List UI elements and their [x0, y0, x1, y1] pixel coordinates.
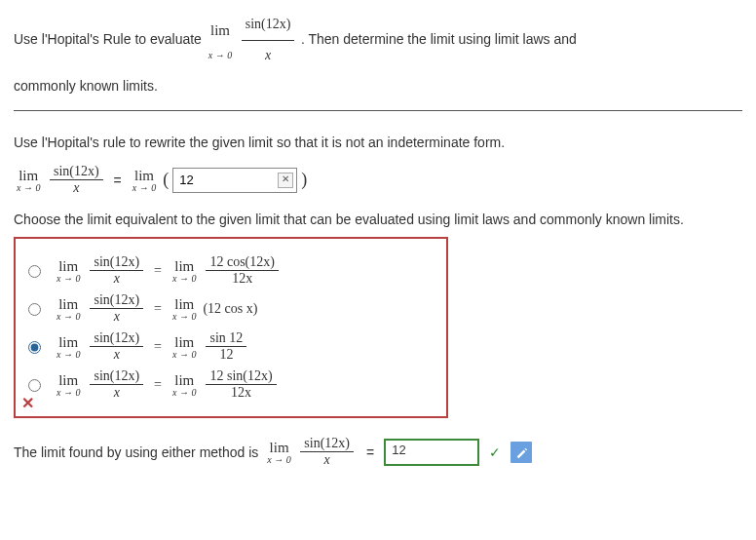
final-limit: lim x → 0 [267, 440, 290, 465]
choice-lhs-frac: sin(12x)x [90, 330, 143, 363]
limit-rhs: lim x → 0 [132, 168, 156, 193]
choice-rhs-frac: sin 1212 [206, 330, 246, 363]
choice-lhs-frac: sin(12x)x [90, 254, 143, 287]
choices-box: limx → 0sin(12x)x=limx → 012 cos(12x)12x… [14, 237, 448, 418]
choice-lhs-frac: sin(12x)x [90, 368, 143, 401]
choice-lim-rhs: limx → 0 [172, 334, 196, 360]
clear-input-button[interactable]: ✕ [278, 173, 293, 188]
problem-statement: Use l'Hopital's Rule to evaluate lim x →… [14, 10, 742, 100]
choice-rhs-frac: 12 sin(12x)12x [206, 368, 276, 401]
rewrite-equation: lim x → 0 sin(12x) x = lim x → 0 ( ✕ ) [14, 164, 742, 196]
prompt-text-2: commonly known limits. [14, 78, 158, 94]
choice-d[interactable]: limx → 0sin(12x)x=limx → 012 sin(12x)12x [23, 368, 433, 401]
check-icon: ✓ [489, 444, 501, 460]
final-text: The limit found by using either method i… [14, 444, 258, 460]
choice-rhs-text: (12 cos x) [203, 301, 257, 317]
choice-lim-lhs: limx → 0 [57, 372, 80, 398]
choice-c[interactable]: limx → 0sin(12x)x=limx → 0sin 1212 [23, 330, 433, 363]
lhs-fraction: sin(12x) x [50, 164, 103, 196]
choice-radio-b[interactable] [28, 303, 41, 316]
choice-radio-a[interactable] [28, 265, 41, 278]
final-fraction: sin(12x) x [300, 436, 354, 468]
equals-sign: = [114, 173, 122, 188]
choice-lim-rhs: limx → 0 [172, 296, 196, 322]
final-answer-value: 12 [384, 439, 479, 466]
paren-close: ) [301, 170, 307, 190]
incorrect-icon: ✕ [21, 394, 34, 412]
final-equals: = [366, 444, 374, 460]
choice-rhs-frac: 12 cos(12x)12x [206, 254, 279, 287]
limit-lhs: lim x → 0 [17, 168, 40, 193]
choice-a[interactable]: limx → 0sin(12x)x=limx → 012 cos(12x)12x [23, 254, 433, 287]
prompt-text-1b: . Then determine the limit using limit l… [301, 31, 577, 47]
choice-lim-rhs: limx → 0 [172, 372, 196, 398]
prompt-text-1: Use l'Hopital's Rule to evaluate [14, 31, 202, 47]
limit-notation: lim x → 0 [208, 15, 232, 66]
choice-lim-lhs: limx → 0 [57, 258, 80, 284]
choice-b[interactable]: limx → 0sin(12x)x=limx → 0(12 cos x) [23, 292, 433, 325]
solution-tool-button[interactable] [510, 442, 532, 463]
main-fraction: sin(12x) x [242, 10, 295, 71]
choice-lim-rhs: limx → 0 [172, 258, 196, 284]
choice-radio-d[interactable] [28, 379, 41, 392]
divider [14, 110, 742, 111]
section2-text: Choose the limit equivalent to the given… [14, 212, 742, 227]
section1-text: Use l'Hopital's rule to rewrite the give… [14, 135, 742, 150]
choice-radio-c[interactable] [28, 341, 41, 354]
choice-lhs-frac: sin(12x)x [90, 292, 143, 325]
choice-lim-lhs: limx → 0 [57, 296, 80, 322]
paren-open: ( [163, 170, 169, 190]
choice-lim-lhs: limx → 0 [57, 334, 80, 360]
final-answer-row: The limit found by using either method i… [14, 436, 742, 468]
